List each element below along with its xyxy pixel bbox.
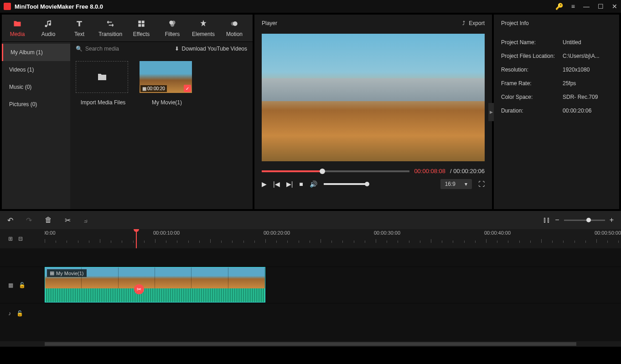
minimize-button[interactable]: — [583, 3, 590, 10]
split-button[interactable]: ✂ [65, 216, 71, 225]
playhead[interactable] [136, 229, 137, 248]
key-icon[interactable]: 🔑 [555, 3, 563, 10]
music-icon [44, 19, 53, 28]
svg-point-8 [231, 21, 235, 25]
download-icon: ⬇ [175, 46, 179, 52]
film-icon: ▦ [142, 86, 146, 91]
timeline-ruler[interactable]: 00:0000:00:10:0000:00:20:0000:00:30:0000… [45, 229, 621, 248]
tab-transition[interactable]: Transition [95, 15, 126, 41]
filters-icon [168, 19, 177, 28]
check-icon: ✓ [184, 85, 191, 92]
timeline-clip[interactable]: ▦My Movie(1) [45, 267, 265, 302]
sidebar-item-pictures[interactable]: Pictures (0) [2, 96, 70, 113]
next-frame-button[interactable]: ▶| [286, 180, 293, 188]
effects-icon [137, 19, 146, 28]
lock-icon[interactable]: 🔓 [19, 282, 26, 288]
export-button[interactable]: ⤴ Export [462, 20, 485, 26]
zoom-in-button[interactable]: + [610, 216, 614, 224]
collapse-panel-button[interactable]: ▶ [488, 103, 494, 121]
svg-rect-1 [142, 21, 145, 23]
tab-text[interactable]: Text [64, 15, 95, 41]
folder-icon [13, 19, 22, 28]
close-button[interactable]: ✕ [612, 3, 617, 10]
undo-button[interactable]: ↶ [7, 216, 13, 225]
tab-audio[interactable]: Audio [33, 15, 64, 41]
film-icon: ▦ [50, 270, 54, 276]
zoom-out-button[interactable]: − [555, 216, 559, 224]
current-time: 00:00:08:08 [414, 168, 445, 174]
maximize-button[interactable]: ☐ [598, 3, 604, 10]
svg-rect-3 [142, 24, 145, 26]
stop-button[interactable]: ■ [299, 180, 303, 188]
lock-icon[interactable]: 🔓 [16, 310, 23, 317]
tab-effects[interactable]: Effects [126, 15, 157, 41]
tab-media[interactable]: Media [2, 15, 33, 41]
search-input[interactable]: 🔍 Search media [76, 46, 171, 52]
motion-icon [230, 19, 239, 28]
volume-icon[interactable]: 🔊 [310, 180, 317, 188]
add-track-icon[interactable]: ⊞ [8, 236, 13, 242]
project-info-title: Project Info [494, 15, 619, 32]
svg-rect-2 [138, 24, 141, 26]
svg-point-6 [171, 23, 174, 26]
app-logo [4, 3, 11, 10]
menu-icon[interactable]: ≡ [571, 3, 575, 10]
transition-icon [106, 19, 115, 28]
progress-slider[interactable] [262, 170, 409, 172]
text-icon [75, 19, 84, 28]
search-icon: 🔍 [76, 46, 83, 52]
timeline-scrollbar[interactable] [45, 342, 576, 346]
crop-button[interactable]: ⟓ [83, 216, 88, 224]
fullscreen-button[interactable]: ⛶ [478, 180, 485, 188]
app-title: MiniTool MovieMaker Free 8.0.0 [15, 3, 555, 10]
volume-slider[interactable] [324, 183, 369, 185]
player-preview [262, 34, 485, 161]
player-title: Player [262, 20, 277, 26]
play-button[interactable]: ▶ [262, 180, 267, 188]
elements-icon [199, 19, 208, 28]
chevron-down-icon: ▾ [465, 181, 467, 187]
download-youtube-button[interactable]: ⬇ Download YouTube Videos [175, 46, 247, 52]
import-media-button[interactable]: Import Media Files [76, 61, 130, 106]
aspect-ratio-select[interactable]: 16:9 ▾ [440, 179, 472, 189]
audio-track-icon: ♪ [8, 310, 11, 317]
tab-filters[interactable]: Filters [157, 15, 188, 41]
video-track-icon: ▦ [8, 282, 13, 288]
sidebar-item-music[interactable]: Music (0) [2, 78, 70, 96]
redo-button[interactable]: ↷ [26, 216, 32, 225]
tab-motion[interactable]: Motion [219, 15, 250, 41]
folder-icon [97, 72, 108, 82]
delete-button[interactable]: 🗑 [45, 216, 52, 224]
svg-rect-0 [138, 21, 141, 23]
split-indicator-icon[interactable]: ✂ [134, 284, 144, 294]
media-clip[interactable]: ▦00:00:20 ✓ My Movie(1) [140, 61, 194, 106]
zoom-slider[interactable] [564, 220, 605, 221]
sidebar-item-videos[interactable]: Videos (1) [2, 61, 70, 78]
sidebar-item-myalbum[interactable]: My Album (1) [2, 44, 70, 61]
remove-track-icon[interactable]: ⊟ [18, 236, 23, 242]
prev-frame-button[interactable]: |◀ [273, 180, 280, 188]
fit-timeline-button[interactable]: ⫿⫿ [543, 216, 550, 224]
export-icon: ⤴ [462, 20, 465, 26]
tab-elements[interactable]: Elements [188, 15, 219, 41]
